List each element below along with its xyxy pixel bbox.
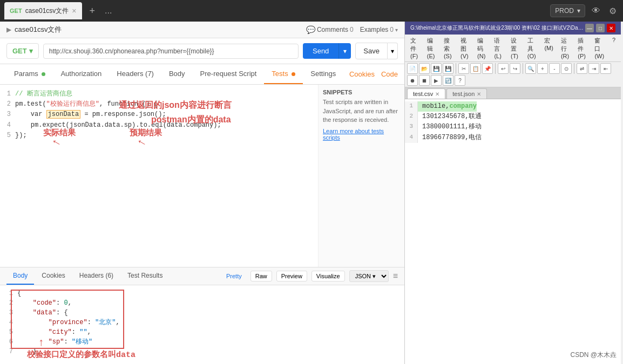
menu-encode[interactable]: 编码(N) — [474, 36, 490, 60]
toolbar-sync[interactable]: 🔃 — [443, 75, 453, 86]
method-label: GET — [12, 47, 27, 55]
tab-prerequest[interactable]: Pre-request Script — [193, 64, 265, 84]
menu-file[interactable]: 文件(F) — [407, 36, 423, 60]
comments-button[interactable]: 💬 Comments 0 — [306, 25, 354, 34]
gear-icon[interactable]: ⚙ — [607, 4, 619, 18]
minimize-button[interactable]: — — [585, 24, 594, 32]
toolbar-macro-play[interactable]: ▶ — [431, 75, 442, 86]
menu-macro[interactable]: 宏(M) — [541, 36, 557, 60]
menu-settings[interactable]: 设置(T) — [507, 36, 523, 60]
code-line-3: 3 var jsonData = pm.response.json(); — [0, 109, 318, 120]
toolbar-macro-stop[interactable]: ⏹ — [419, 75, 430, 86]
save-button[interactable]: Save — [355, 43, 388, 59]
environment-select[interactable]: PROD ▾ — [550, 4, 585, 17]
npp-tab-json-close[interactable]: ✕ — [477, 91, 481, 97]
pretty-button[interactable]: Pretty — [222, 271, 246, 281]
toolbar-save[interactable]: 💾 — [431, 63, 442, 74]
tab-params[interactable]: Params — [6, 64, 53, 84]
send-chevron-button[interactable]: ▾ — [338, 43, 351, 59]
npp-tab-csv-close[interactable]: ✕ — [435, 91, 439, 97]
format-select[interactable]: JSON ▾ — [349, 270, 389, 282]
examples-chevron: ▾ — [395, 27, 398, 33]
raw-button[interactable]: Raw — [250, 271, 272, 281]
resp-line-5: 5 "city": "", — [4, 327, 400, 337]
menu-run[interactable]: 运行(R) — [558, 36, 573, 60]
tab-settings[interactable]: Settings — [303, 64, 343, 84]
toolbar-find[interactable]: 🔍 — [525, 63, 536, 74]
tab-tests[interactable]: Tests — [264, 64, 303, 84]
npp-tab-json[interactable]: test.json ✕ — [446, 88, 487, 99]
toolbar-about[interactable]: ? — [455, 75, 465, 86]
toolbar-indent[interactable]: ⇥ — [588, 63, 599, 74]
code-editor-inner[interactable]: 1 // 断言运营商信息 2 pm.test("校验运行商信息", functi… — [0, 85, 318, 145]
menu-help[interactable]: ? — [609, 36, 619, 60]
tab-authorization[interactable]: Authorization — [53, 64, 109, 84]
resp-icon[interactable]: ≡ — [393, 271, 398, 281]
resp-tab-test-results[interactable]: Test Results — [121, 267, 169, 285]
preview-button[interactable]: Preview — [276, 271, 307, 281]
snippets-link[interactable]: Learn more about tests scripts — [323, 128, 400, 141]
method-select[interactable]: GET ▾ — [6, 43, 39, 59]
toolbar-wrap[interactable]: ⇌ — [577, 63, 587, 74]
menu-tools[interactable]: 工具(O) — [524, 36, 540, 60]
examples-count: 0 — [390, 26, 394, 33]
toolbar-sep-3 — [523, 63, 523, 74]
tab-method: GET — [10, 8, 22, 14]
resp-tab-body[interactable]: Body — [6, 267, 34, 285]
menu-plugins[interactable]: 插件(P) — [574, 36, 590, 60]
notepad-window-buttons: — □ ✕ — [585, 24, 615, 32]
resp-tab-cookies[interactable]: Cookies — [35, 267, 71, 285]
toolbar-zoomreset[interactable]: ⊙ — [561, 63, 572, 74]
comments-label: Comments — [317, 26, 348, 33]
toolbar-cut[interactable]: ✂ — [458, 63, 469, 74]
close-button[interactable]: ✕ — [607, 24, 615, 32]
response-code[interactable]: 1 { 2 "code": 0, 3 "data": { 4 "pr — [0, 285, 404, 364]
postman-pane: ▶ case01csv文件 💬 Comments 0 Examples 0 ▾ — [0, 22, 405, 364]
menu-edit[interactable]: 编辑(E) — [424, 36, 439, 60]
add-tab-button[interactable]: + — [86, 5, 99, 17]
tab-close-icon[interactable]: × — [72, 6, 76, 15]
menu-search[interactable]: 搜索(S) — [441, 36, 456, 60]
resp-tab-headers[interactable]: Headers (6) — [73, 267, 120, 285]
request-nav-tabs: Params Authorization Headers (7) Body Pr… — [0, 64, 404, 85]
toolbar-zoomin[interactable]: + — [537, 63, 548, 74]
menu-window[interactable]: 窗口(W) — [591, 36, 608, 60]
npp-tab-csv[interactable]: test.csv ✕ — [407, 88, 445, 99]
code-editor[interactable]: 1 // 断言运营商信息 2 pm.test("校验运行商信息", functi… — [0, 85, 318, 267]
tab-body[interactable]: Body — [161, 64, 193, 84]
tab-headers[interactable]: Headers (7) — [109, 64, 161, 84]
eye-icon[interactable]: 👁 — [590, 4, 602, 18]
toolbar-zoomout[interactable]: - — [549, 63, 560, 74]
menu-view[interactable]: 视图(V) — [457, 36, 473, 60]
examples-button[interactable]: Examples 0 ▾ — [360, 26, 398, 33]
url-input[interactable] — [43, 44, 299, 59]
save-button-group: Save ▾ — [355, 43, 398, 59]
resp-arrow-icon: ↑ — [38, 336, 44, 349]
send-button[interactable]: Send — [303, 43, 338, 59]
menu-lang[interactable]: 语言(L) — [491, 36, 506, 60]
cookies-link[interactable]: Cookies — [349, 70, 375, 78]
toolbar-new[interactable]: 📄 — [407, 63, 418, 74]
more-tabs-button[interactable]: ... — [103, 6, 114, 16]
maximize-button[interactable]: □ — [596, 24, 605, 32]
visualize-button[interactable]: Visualize — [312, 271, 345, 281]
toolbar-macro-rec[interactable]: ⏺ — [407, 75, 418, 86]
toolbar-undo[interactable]: ↩ — [498, 63, 509, 74]
npp-tab-csv-label: test.csv — [413, 91, 433, 97]
toolbar-redo[interactable]: ↪ — [510, 63, 520, 74]
active-tab[interactable]: GET case01csv文件 × — [4, 2, 82, 19]
toolbar-dedent[interactable]: ⇤ — [600, 63, 611, 74]
request-bar: GET ▾ Send ▾ Save ▾ — [0, 38, 404, 64]
toolbar-sep-2 — [495, 63, 496, 74]
toolbar-paste[interactable]: 📌 — [482, 63, 493, 74]
collection-arrow-icon[interactable]: ▶ — [6, 26, 11, 33]
save-chevron-button[interactable]: ▾ — [388, 43, 398, 59]
code-line-4: 4 pm.expect(jsonData.data.sp).to.eql(dat… — [0, 120, 318, 131]
npp-line-2: 2 13012345678,联通 — [405, 112, 621, 122]
toolbar-saveall[interactable]: 💾 — [443, 63, 453, 74]
toolbar-copy[interactable]: 📋 — [470, 63, 481, 74]
params-dot — [42, 72, 45, 76]
toolbar-open[interactable]: 📂 — [419, 63, 430, 74]
notepad-menu: 文件(F) 编辑(E) 搜索(S) 视图(V) 编码(N) 语言(L) 设置(T… — [405, 35, 621, 62]
code-link[interactable]: Code — [381, 70, 398, 78]
